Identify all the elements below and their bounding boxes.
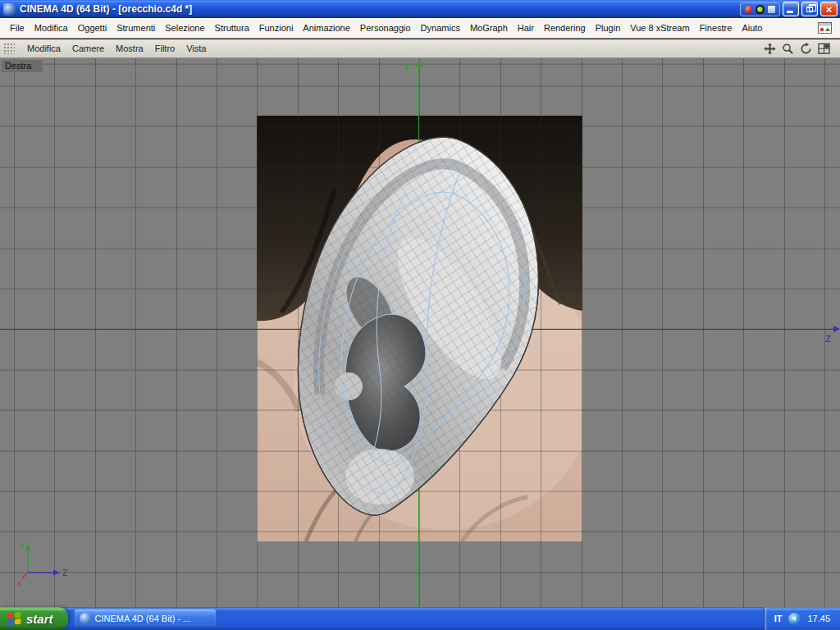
grip-icon[interactable] (3, 43, 15, 54)
menu-finestre[interactable]: Finestre (695, 20, 737, 36)
nvidia-tray (740, 2, 780, 16)
menu-selezione[interactable]: Selezione (160, 20, 209, 36)
gizmo-x-label: x (17, 579, 21, 587)
menu-aiuto[interactable]: Aiuto (737, 20, 767, 36)
menu-hair[interactable]: Hair (513, 20, 539, 36)
menu-vue-8-xstream[interactable]: Vue 8 xStream (625, 20, 694, 36)
minimize-icon (787, 11, 793, 13)
taskbar-item-cinema4d[interactable]: CINEMA 4D (64 Bit) - ... (75, 609, 216, 628)
vpmenu-vista[interactable]: Vista (180, 41, 212, 56)
menu-dynamics[interactable]: Dynamics (416, 20, 465, 36)
menu-animazione[interactable]: Animazione (298, 20, 354, 36)
y-axis-label: Y (404, 62, 409, 72)
start-label: start (26, 612, 53, 626)
menu-modifica[interactable]: Modifica (30, 20, 73, 36)
tray-icon[interactable] (788, 613, 801, 625)
viewport-label[interactable]: Destra (2, 60, 43, 72)
cinema4d-window: CINEMA 4D (64 Bit) - [orecchio.c4d *] × … (0, 0, 840, 630)
taskbar: start CINEMA 4D (64 Bit) - ... IT 17.45 (0, 607, 840, 630)
app-icon (3, 3, 16, 16)
menu-strumenti[interactable]: Strumenti (112, 20, 160, 36)
vpmenu-camere[interactable]: Camere (66, 41, 110, 56)
axis-gizmo: Y Z x (16, 538, 71, 587)
menu-funzioni[interactable]: Funzioni (254, 20, 299, 36)
language-indicator[interactable]: IT (774, 614, 783, 623)
viewport-nav-icons (764, 43, 837, 55)
title-right: × (740, 2, 838, 16)
title-bar[interactable]: CINEMA 4D (64 Bit) - [orecchio.c4d *] × (0, 0, 840, 18)
display-icon[interactable] (768, 6, 775, 13)
close-button[interactable]: × (820, 2, 838, 16)
title-left: CINEMA 4D (64 Bit) - [orecchio.c4d *] (3, 3, 192, 16)
minimize-button[interactable] (783, 2, 799, 16)
restore-icon (806, 7, 813, 12)
main-menu-bar: File Modifica Oggetti Strumenti Selezion… (0, 18, 840, 39)
menu-bar-right-icon[interactable] (818, 22, 835, 34)
menu-personaggio[interactable]: Personaggio (355, 20, 416, 36)
toggle-view-icon[interactable] (818, 43, 830, 55)
menu-rendering[interactable]: Rendering (539, 20, 591, 36)
system-tray: IT 17.45 (764, 607, 840, 630)
z-axis-label: Z (825, 334, 831, 344)
restore-button[interactable] (801, 2, 818, 16)
rotate-icon[interactable] (800, 43, 812, 55)
record-dot-icon (745, 6, 752, 13)
zoom-icon[interactable] (782, 43, 794, 55)
window-title: CINEMA 4D (64 Bit) - [orecchio.c4d *] (20, 3, 192, 15)
menu-struttura[interactable]: Struttura (210, 20, 254, 36)
menu-oggetti[interactable]: Oggetti (73, 20, 112, 36)
viewport[interactable]: Destra Y Z Y Z x (0, 58, 840, 607)
menu-mograph[interactable]: MoGraph (465, 20, 513, 36)
nvidia-icon[interactable] (756, 5, 765, 14)
menu-file[interactable]: File (5, 20, 30, 36)
vpmenu-mostra[interactable]: Mostra (110, 41, 149, 56)
gizmo-y-label: Y (20, 541, 25, 550)
cinema4d-icon (80, 613, 91, 624)
gizmo-z-label: Z (62, 568, 67, 578)
windows-flag-icon (7, 612, 22, 626)
start-button[interactable]: start (0, 607, 68, 630)
menu-plugin[interactable]: Plugin (591, 20, 626, 36)
vpmenu-filtro[interactable]: Filtro (149, 41, 180, 56)
pan-icon[interactable] (764, 43, 776, 55)
ear-model[interactable] (257, 116, 582, 541)
viewport-menu-bar: Modifica Camere Mostra Filtro Vista (0, 39, 840, 58)
taskbar-item-label: CINEMA 4D (64 Bit) - ... (95, 614, 191, 623)
clock[interactable]: 17.45 (807, 614, 830, 623)
vpmenu-modifica[interactable]: Modifica (21, 41, 66, 56)
